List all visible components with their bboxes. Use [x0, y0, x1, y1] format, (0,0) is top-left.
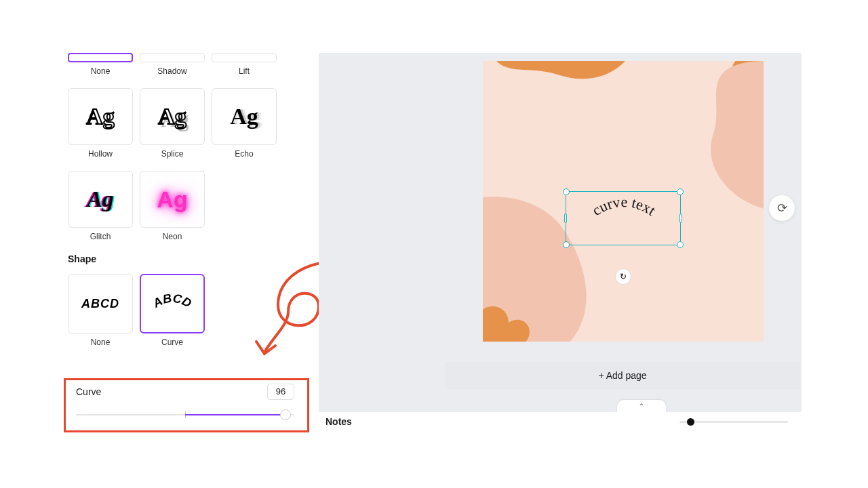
effect-splice-thumb[interactable]: Ag	[140, 88, 205, 145]
effect-neon-label: Neon	[163, 232, 182, 241]
effect-lift-thumb[interactable]	[212, 53, 277, 62]
effect-hollow[interactable]: Ag Hollow	[68, 88, 133, 159]
zoom-thumb[interactable]	[687, 418, 694, 426]
bottom-bar: Notes	[319, 412, 802, 431]
effect-neon-sample: Ag	[157, 186, 187, 213]
effect-shadow[interactable]: Shadow	[140, 53, 205, 76]
shape-options: ABCD None ABCD Curve	[68, 274, 298, 347]
selection-handle-br[interactable]	[677, 241, 684, 248]
effect-neon[interactable]: Ag Neon	[140, 171, 205, 241]
shape-none-sample: ABCD	[81, 297, 119, 311]
effect-none-thumb[interactable]	[68, 53, 133, 62]
bg-blob-orange-top	[496, 61, 639, 88]
slider-thumb[interactable]	[280, 409, 291, 420]
effect-echo[interactable]: Ag Echo	[212, 88, 277, 159]
effect-neon-thumb[interactable]: Ag	[140, 171, 205, 228]
shape-none-thumb[interactable]: ABCD	[68, 274, 133, 333]
curve-slider[interactable]	[76, 408, 294, 422]
effect-glitch-thumb[interactable]: Ag	[68, 171, 133, 228]
effect-echo-label: Echo	[235, 149, 253, 159]
effect-shadow-thumb[interactable]	[140, 53, 205, 62]
effect-glitch-sample: Ag	[87, 186, 114, 212]
shape-none-label: None	[91, 338, 111, 347]
effects-row-2: Ag Hollow Ag Splice Ag Echo	[68, 88, 298, 159]
selection-handle-tl[interactable]	[563, 188, 570, 195]
effects-panel: None Shadow Lift Ag Hollow Ag Splice Ag …	[68, 53, 298, 347]
shape-curve[interactable]: ABCD Curve	[140, 274, 205, 347]
effect-echo-sample: Ag	[230, 104, 258, 129]
svg-text:curve text: curve text	[589, 193, 659, 219]
effect-hollow-thumb[interactable]: Ag	[68, 88, 133, 145]
effect-lift-label: Lift	[239, 66, 250, 76]
svg-text:ABCD: ABCD	[150, 291, 194, 310]
canvas-area: curve text ↻ ⟳ + Add page ⌃	[319, 53, 802, 412]
effect-hollow-sample: Ag	[86, 104, 115, 129]
add-page-label: + Add page	[598, 370, 646, 381]
zoom-track[interactable]	[679, 421, 788, 423]
effect-glitch[interactable]: Ag Glitch	[68, 171, 133, 241]
effect-splice[interactable]: Ag Splice	[140, 88, 205, 159]
effect-glitch-label: Glitch	[90, 232, 111, 241]
effects-row-3: Ag Glitch Ag Neon	[68, 171, 298, 241]
selection-side-right[interactable]	[679, 214, 682, 223]
shape-none[interactable]: ABCD None	[68, 274, 133, 347]
curve-value-input[interactable]: 96	[267, 384, 294, 400]
bg-blob-pink-right	[675, 61, 764, 210]
chevron-up-icon: ⌃	[638, 402, 645, 411]
selected-textbox[interactable]: curve text	[566, 191, 681, 245]
shape-curve-label: Curve	[161, 338, 183, 347]
effect-splice-sample: Ag	[158, 104, 186, 129]
selection-side-left[interactable]	[564, 214, 567, 223]
effect-echo-thumb[interactable]: Ag	[212, 88, 277, 145]
refresh-icon: ⟳	[777, 201, 787, 216]
design-canvas[interactable]: curve text ↻	[483, 61, 764, 342]
panel-collapse-handle[interactable]: ⌃	[617, 400, 666, 413]
effects-row-1: None Shadow Lift	[68, 53, 298, 76]
curve-slider-label: Curve	[76, 386, 101, 397]
selection-handle-tr[interactable]	[677, 188, 684, 195]
slider-fill	[185, 414, 285, 415]
rotate-handle-icon[interactable]: ↻	[615, 268, 631, 285]
add-page-button[interactable]: + Add page	[445, 362, 800, 389]
shape-curve-thumb[interactable]: ABCD	[140, 274, 205, 333]
bg-blob-orange-bottom	[483, 281, 557, 342]
refresh-button[interactable]: ⟳	[769, 195, 795, 221]
notes-button[interactable]: Notes	[326, 416, 352, 427]
curve-slider-area: Curve 96	[76, 384, 294, 422]
canvas-curved-text[interactable]: curve text	[589, 193, 659, 219]
effect-shadow-label: Shadow	[157, 66, 186, 76]
effect-splice-label: Splice	[161, 149, 184, 159]
effect-none[interactable]: None	[68, 53, 133, 76]
effect-hollow-label: Hollow	[88, 149, 113, 159]
selection-handle-bl[interactable]	[563, 241, 570, 248]
zoom-slider[interactable]	[679, 421, 788, 423]
effect-lift[interactable]: Lift	[212, 53, 277, 76]
shape-section-title: Shape	[68, 253, 298, 264]
effect-none-label: None	[91, 66, 111, 76]
